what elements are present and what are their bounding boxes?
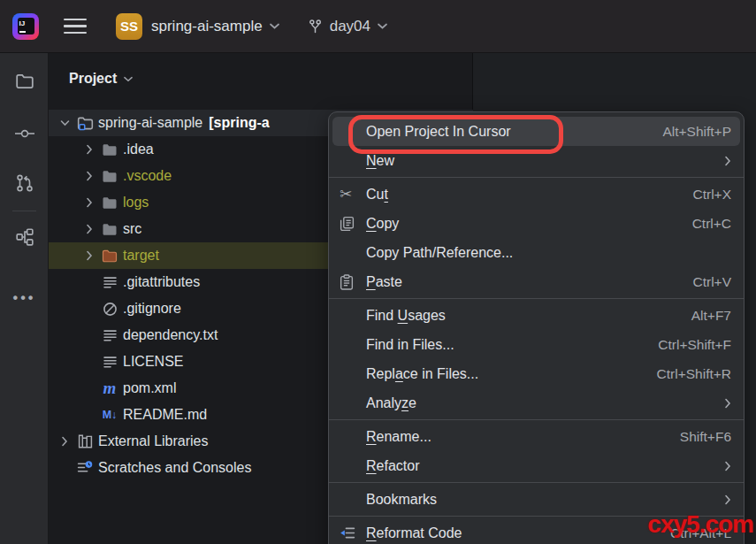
tree-item-label: target — [123, 248, 159, 264]
tree-item-label: README.md — [123, 407, 207, 423]
menu-item-replace-in-files[interactable]: Replace in Files...Ctrl+Shift+R — [329, 359, 744, 388]
pull-requests-icon[interactable] — [0, 169, 49, 197]
menu-item-find-in-files[interactable]: Find in Files...Ctrl+Shift+F — [329, 330, 744, 359]
file-text-icon — [99, 356, 120, 368]
menu-item-open-project-in-cursor[interactable]: Open Project In CursorAlt+Shift+P — [332, 117, 740, 146]
file-text-icon — [99, 329, 120, 341]
folder-icon — [99, 170, 120, 183]
menu-item-bookmarks[interactable]: Bookmarks — [329, 485, 744, 514]
submenu-arrow-icon — [724, 156, 731, 166]
more-options-icon[interactable]: ••• — [0, 284, 49, 312]
tree-item-module-suffix: [spring-a — [209, 115, 269, 131]
chevron-right-icon[interactable] — [80, 197, 99, 208]
menu-separator — [329, 419, 744, 420]
folder-icon — [99, 143, 120, 157]
menu-shortcut: Ctrl+C — [692, 216, 731, 232]
vcs-branch-widget[interactable]: day04 — [308, 18, 387, 35]
tree-item-label: .idea — [123, 142, 154, 157]
submenu-arrow-icon — [724, 494, 731, 505]
file-text-icon — [99, 276, 120, 288]
menu-item-label: Reformat Code — [366, 525, 462, 541]
menu-item-label: Cut — [366, 187, 388, 203]
menu-item-label: Open Project In Cursor — [366, 124, 511, 140]
menu-shortcut: Alt+F7 — [691, 308, 731, 324]
menu-shortcut: Ctrl+V — [693, 274, 732, 290]
menu-item-label: Find Usages — [366, 308, 446, 324]
menu-item-copy[interactable]: CopyCtrl+C — [329, 209, 744, 238]
branch-name: day04 — [330, 18, 370, 35]
menu-item-copy-path-reference[interactable]: Copy Path/Reference... — [329, 238, 744, 267]
menu-item-paste[interactable]: PasteCtrl+V — [329, 267, 744, 296]
menu-item-label: Copy Path/Reference... — [366, 245, 513, 261]
menu-shortcut: Alt+Shift+P — [662, 124, 731, 140]
chevron-down-icon[interactable] — [270, 23, 279, 29]
tool-window-stripe: ••• — [0, 53, 49, 544]
project-root-icon — [74, 116, 95, 131]
tree-item-label: src — [123, 221, 141, 237]
menu-item-cut[interactable]: ✂CutCtrl+X — [329, 180, 744, 209]
structure-icon[interactable] — [0, 223, 49, 251]
maven-icon: m — [99, 382, 120, 395]
commit-icon[interactable] — [0, 119, 49, 148]
menu-separator — [329, 482, 744, 483]
context-menu: Open Project In CursorAlt+Shift+PNew✂Cut… — [328, 111, 745, 544]
scratches-icon — [74, 461, 95, 475]
chevron-down-icon — [378, 23, 387, 29]
submenu-arrow-icon — [724, 461, 731, 471]
chevron-right-icon[interactable] — [55, 436, 74, 447]
submenu-arrow-icon — [724, 398, 731, 409]
file-ignored-icon — [99, 302, 120, 317]
menu-item-label: Replace in Files... — [366, 366, 478, 382]
menu-item-label: Copy — [366, 216, 399, 232]
markdown-icon: M↓ — [99, 409, 120, 421]
tree-item-label: dependency.txt — [123, 327, 218, 343]
tree-item-label: pom.xml — [123, 380, 176, 396]
menu-item-label: Paste — [366, 274, 402, 290]
git-branch-icon — [308, 19, 323, 34]
menu-item-label: Find in Files... — [366, 337, 454, 353]
chevron-right-icon[interactable] — [80, 250, 99, 261]
menu-item-label: Refactor — [366, 458, 419, 474]
menu-shortcut: Ctrl+Shift+F — [658, 337, 731, 353]
menu-item-new[interactable]: New — [329, 146, 744, 175]
menu-item-label: Analyze — [366, 395, 416, 411]
menu-shortcut: Ctrl+Alt+L — [670, 525, 731, 541]
chevron-right-icon[interactable] — [80, 144, 99, 155]
menu-item-label: Bookmarks — [366, 492, 437, 508]
chevron-right-icon[interactable] — [80, 171, 99, 181]
project-selector[interactable]: spring-ai-sample — [151, 18, 263, 35]
tree-item-label: .gitattributes — [123, 274, 200, 290]
copy-icon — [340, 216, 366, 232]
project-folder-icon[interactable] — [0, 67, 49, 96]
libraries-icon — [74, 434, 95, 448]
main-toolbar: IJ SS spring-ai-sample day04 — [0, 0, 756, 53]
menu-item-analyze[interactable]: Analyze — [329, 388, 744, 418]
panel-title: Project — [69, 71, 117, 87]
cut-icon: ✂ — [340, 185, 366, 203]
tree-item-label: .vscode — [123, 168, 172, 184]
intellij-idea-logo-icon: IJ — [12, 13, 39, 40]
menu-shortcut: Ctrl+X — [693, 187, 732, 203]
menu-separator — [329, 177, 744, 178]
menu-item-refactor[interactable]: Refactor — [329, 451, 744, 480]
menu-item-label: Rename... — [366, 429, 431, 445]
tree-item-label: spring-ai-sample — [98, 115, 202, 131]
folder-icon — [99, 196, 120, 210]
project-panel-header[interactable]: Project — [69, 71, 133, 87]
chevron-down-icon — [124, 76, 133, 82]
tree-item-label: .gitignore — [123, 301, 181, 317]
reformat-icon — [340, 526, 366, 540]
menu-item-rename[interactable]: Rename...Shift+F6 — [329, 422, 744, 451]
project-avatar[interactable]: SS — [116, 13, 142, 40]
tree-item-label: External Libraries — [98, 433, 209, 449]
chevron-down-icon[interactable] — [55, 119, 74, 126]
menu-separator — [329, 298, 744, 299]
menu-shortcut: Ctrl+Shift+R — [657, 366, 731, 382]
main-menu-icon[interactable] — [64, 19, 87, 34]
menu-item-reformat-code[interactable]: Reformat CodeCtrl+Alt+L — [329, 518, 744, 544]
tree-item-label: LICENSE — [123, 354, 183, 370]
menu-item-find-usages[interactable]: Find UsagesAlt+F7 — [329, 301, 744, 330]
chevron-right-icon[interactable] — [80, 224, 99, 234]
paste-icon — [340, 274, 366, 290]
tree-item-label: logs — [123, 195, 149, 211]
